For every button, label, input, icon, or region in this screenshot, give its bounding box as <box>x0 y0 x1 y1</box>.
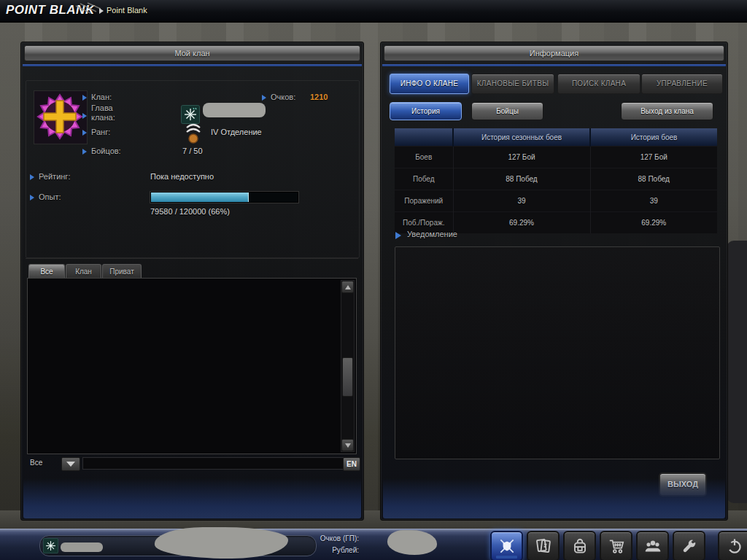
ranking-cards-button[interactable] <box>527 531 560 560</box>
table-row: Побед 88 Побед 88 Побед <box>395 168 717 190</box>
tab-management[interactable]: УПРАВЛЕНИЕ <box>641 74 723 94</box>
clan-button[interactable] <box>490 531 523 560</box>
total-value: 39 <box>590 190 717 212</box>
row-label: Побед <box>395 168 453 190</box>
rank-value: IV Отделение <box>211 128 262 136</box>
window-title: Point Blank <box>107 6 147 15</box>
clan-leader-label-line1: Глава <box>91 104 113 112</box>
chat-channel-selector-label: Все <box>30 459 42 467</box>
row-label: Боев <box>395 147 453 168</box>
chat-tab-all[interactable]: Все <box>28 264 65 279</box>
my-clan-panel: Мой клан Клан: Глава клана: <box>20 42 364 521</box>
triangle-up-icon <box>345 285 351 289</box>
subtab-history[interactable]: История <box>390 102 462 120</box>
status-bar: Очков (ГП): Рублей: <box>0 529 747 560</box>
censored-area <box>155 527 288 559</box>
section-divider <box>26 258 358 259</box>
panel-bottom-glow <box>23 478 361 518</box>
chat-tab-private[interactable]: Приват <box>102 264 142 279</box>
accent-line <box>23 64 362 66</box>
level-star-icon <box>43 538 58 553</box>
chat-log <box>27 278 357 454</box>
bullet-arrow-icon <box>262 95 266 101</box>
table-row: Поражений 39 39 <box>395 190 717 212</box>
censored-leader-name <box>203 103 266 117</box>
season-value: 127 Бой <box>453 147 590 168</box>
season-value: 88 Побед <box>453 168 590 190</box>
active-indicator <box>496 556 517 559</box>
rank-label: Ранг: <box>91 128 110 136</box>
power-icon <box>725 537 744 556</box>
background-vehicle <box>727 241 747 503</box>
bullet-arrow-icon <box>82 130 87 136</box>
censored-player-name <box>61 542 103 552</box>
bottom-dock <box>490 531 747 560</box>
table-header-row: История сезонных боев История боев <box>395 128 717 147</box>
clan-leader-label-line2: клана: <box>91 113 115 122</box>
chat-channel-dropdown-button[interactable] <box>61 457 80 471</box>
ranking-cards-icon <box>534 537 553 556</box>
leave-clan-button[interactable]: Выход из клана <box>621 102 713 120</box>
members-value: 7 / 50 <box>182 147 203 155</box>
wrench-icon <box>680 537 699 556</box>
backpack-icon <box>570 537 589 556</box>
exit-game-button[interactable] <box>718 531 747 560</box>
bullet-arrow-icon <box>395 232 401 239</box>
points-label: Очков: <box>271 93 295 101</box>
my-clan-header: Мой клан <box>24 45 360 61</box>
title-bar: POINT BLANK Point Blank <box>0 0 747 23</box>
experience-value: 79580 / 120000 (66%) <box>150 207 230 216</box>
accent-line <box>382 64 726 66</box>
bullet-arrow-icon <box>30 195 34 201</box>
notification-label: Уведомление <box>407 230 457 238</box>
keyboard-language-button[interactable]: EN <box>343 457 360 471</box>
members-label: Бойцов: <box>91 147 121 155</box>
season-value: 69.29% <box>453 212 590 234</box>
tab-clan-info[interactable]: ИНФО О КЛАНЕ <box>390 74 469 94</box>
window-title-arrow-icon <box>99 8 104 14</box>
scrollbar-thumb[interactable] <box>342 357 353 397</box>
chat-tab-clan[interactable]: Клан <box>66 264 101 279</box>
experience-label: Опыт: <box>39 192 61 201</box>
scroll-up-button[interactable] <box>341 281 354 293</box>
information-header: Информация <box>384 45 724 61</box>
bullet-arrow-icon <box>30 174 34 180</box>
rank-chevrons-icon <box>182 121 204 144</box>
inventory-button[interactable] <box>563 531 596 560</box>
clan-icon <box>498 537 516 556</box>
community-button[interactable] <box>636 531 669 560</box>
total-value: 127 Бой <box>590 147 717 168</box>
points-value: 1210 <box>310 93 328 101</box>
clan-label: Клан: <box>91 93 112 101</box>
triangle-down-icon <box>345 443 351 448</box>
bullet-arrow-icon <box>82 149 87 155</box>
scroll-down-button[interactable] <box>341 439 354 451</box>
chat-scrollbar[interactable] <box>341 280 355 452</box>
empty-header-cell <box>395 128 453 147</box>
settings-button[interactable] <box>673 531 705 560</box>
shop-button[interactable] <box>600 531 632 560</box>
experience-progress-fill <box>151 192 249 202</box>
chevron-down-icon <box>66 462 75 467</box>
subtab-fighters[interactable]: Бойцы <box>471 102 543 120</box>
total-value: 88 Побед <box>590 168 717 190</box>
season-value: 39 <box>453 190 590 212</box>
clan-leader-label: Глава клана: <box>91 104 115 122</box>
rating-label: Рейтинг: <box>39 172 70 181</box>
experience-progressbar <box>150 192 298 203</box>
total-value: 69.29% <box>590 212 717 234</box>
clan-emblem <box>34 90 88 144</box>
rating-value: Пока недоступно <box>150 172 214 181</box>
censored-currency-values <box>387 530 437 555</box>
tab-clan-battles[interactable]: КЛАНОВЫЕ БИТВЫ <box>471 74 554 94</box>
shopping-cart-icon <box>607 537 626 556</box>
chat-message-input[interactable] <box>82 457 344 470</box>
battle-stats-table: История сезонных боев История боев Боев … <box>395 128 717 233</box>
row-label: Поражений <box>395 190 453 212</box>
rank-insignia <box>182 121 204 147</box>
people-icon <box>643 537 662 556</box>
tab-clan-search[interactable]: ПОИСК КЛАНА <box>557 74 640 94</box>
information-panel: Информация ИНФО О КЛАНЕ КЛАНОВЫЕ БИТВЫ П… <box>380 42 728 521</box>
notification-box <box>395 246 720 459</box>
game-screen: POINT BLANK Point Blank Мой клан Клан: <box>0 0 747 560</box>
